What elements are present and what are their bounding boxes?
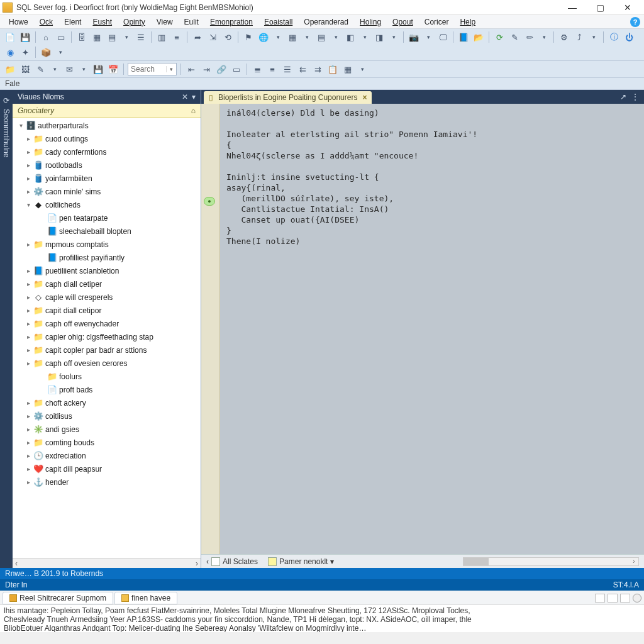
search-dropdown-icon[interactable]: ▾ [166,66,176,72]
page-icon[interactable]: ▥ [155,31,168,43]
align-center-icon[interactable]: ≡ [266,63,279,75]
list-icon[interactable]: ☰ [135,31,147,43]
link-icon[interactable]: 🔗 [215,63,228,75]
tree-arrow-icon[interactable]: ▸ [24,241,33,248]
camera-icon[interactable]: 📷 [408,31,420,43]
tree-item[interactable]: ▸📁capler ohig: clgsffeethading stap [13,330,201,343]
bottom-layout2-icon[interactable] [608,594,618,602]
book-icon[interactable]: 📘 [457,31,470,43]
upload-dropdown-icon[interactable]: ▾ [588,31,599,43]
tree-item[interactable]: ▸📁choft ackery [13,396,201,409]
left-rail-refresh-icon[interactable]: ⟳ [3,96,9,105]
home-icon[interactable]: ⌂ [40,31,52,43]
tree-item[interactable]: ▸📁caph off ewenychader [13,317,201,330]
sync-icon[interactable]: ⟲ [221,31,234,43]
hscroll-thumb[interactable] [464,558,489,565]
chart-dropdown-icon[interactable]: ▾ [388,31,399,43]
tree-arrow-icon[interactable]: ▸ [24,399,33,406]
tree-arrow-icon[interactable]: ▸ [24,294,33,301]
tree-arrow-icon[interactable]: ▸ [24,175,33,182]
tree-item[interactable]: ▸📁capit copler par badr ar sttions [13,343,201,357]
sidebar-collapse-icon[interactable]: ▾ [192,92,196,101]
close-button[interactable]: ✕ [614,1,641,14]
refresh-green-icon[interactable]: ⟳ [493,31,506,43]
calendar-icon[interactable]: 📅 [107,63,119,75]
tree-item[interactable]: ▸✳️andi gsies [13,423,201,436]
tree-arrow-icon[interactable]: ▸ [24,267,33,274]
mail-icon[interactable]: ✉ [63,63,75,75]
new-icon[interactable]: 📄 [4,31,16,43]
tree-item[interactable]: 📘sleechalebaill blopten [13,225,201,238]
form-icon[interactable]: ▤ [315,31,328,43]
menu-eoaistall[interactable]: Eoaistall [259,16,297,28]
code-editor[interactable]: inál04(clerse) Dld l be dasing) Inoleate… [220,104,644,554]
sidebar-filter[interactable]: Gnociatery ⌂ [13,104,201,118]
tree-arrow-icon[interactable]: ▸ [24,188,33,195]
sheet-icon[interactable]: ▦ [286,31,299,43]
menu-elent[interactable]: Elent [59,16,86,28]
tree-item[interactable]: ▸📁caph off ovesien cerores [13,357,201,370]
indent-right-icon[interactable]: ⇥ [200,63,213,75]
screen-icon[interactable]: 🖵 [436,31,449,43]
tree-item[interactable]: ▸🛢️rootlobadls [13,158,201,172]
menu-coricer[interactable]: Coricer [419,16,454,28]
indent-left-icon[interactable]: ⇤ [185,63,197,75]
scroll-right-icon[interactable]: › [196,559,198,568]
tree-arrow-icon[interactable]: ▸ [24,307,33,314]
mail-dropdown-icon[interactable]: ▾ [78,63,89,75]
align-icon[interactable]: ≡ [170,31,183,43]
report-icon[interactable]: ◧ [344,31,357,43]
tree-arrow-icon[interactable]: ▸ [24,162,33,169]
tree-arrow-icon[interactable]: ▸ [24,465,33,472]
tree-item[interactable]: ▸📁cuod outings [13,132,201,145]
tree-item[interactable]: ▸◇caple will cresperels [13,291,201,304]
export-icon[interactable]: ➦ [191,31,204,43]
editor-more-icon[interactable]: ⋮ [631,92,639,101]
tree-arrow-icon[interactable]: ▸ [24,280,33,287]
tree-item[interactable]: 📘profilliest payifiantly [13,251,201,264]
menu-emonpration[interactable]: Emonpration [205,16,258,28]
clipboard-icon[interactable]: 📋 [326,63,339,75]
tree-arrow-icon[interactable]: ▸ [24,347,33,353]
report-dropdown-icon[interactable]: ▾ [359,31,370,43]
grid-icon[interactable]: ▤ [106,31,118,43]
help-icon[interactable]: ? [630,17,640,27]
minimize-button[interactable]: — [558,1,586,14]
upload-icon[interactable]: ⤴ [573,31,586,43]
menu-view[interactable]: View [152,16,178,28]
maximize-button[interactable]: ▢ [586,1,614,14]
tree-arrow-icon[interactable]: ▾ [16,122,25,129]
tree-item[interactable]: ▸❤️capit dill peapsur [13,462,201,475]
tree-arrow-icon[interactable]: ▸ [24,320,33,327]
tree-arrow-icon[interactable]: ▸ [24,413,33,419]
align-right-icon[interactable]: ☰ [281,63,294,75]
sidebar-filter-home-icon[interactable]: ⌂ [191,106,196,115]
save-icon[interactable]: 💾 [19,31,31,43]
grid2-icon[interactable]: ▦ [341,63,354,75]
bottom-right-selector[interactable]: Pamer nenoklt ▾ [268,557,334,566]
menu-howe[interactable]: Howe [4,16,33,28]
power-blue-icon[interactable]: ⏻ [623,31,635,43]
tab-close-icon[interactable]: × [362,93,367,102]
tree-item[interactable]: ▸📁mpmous comptatis [13,238,201,251]
pencil-dropdown-icon[interactable]: ▾ [538,31,550,43]
tree-arrow-icon[interactable]: ▾ [24,201,33,208]
pic-icon[interactable]: 🖼 [19,63,31,75]
package-icon[interactable]: 📦 [40,46,52,58]
globe-icon[interactable]: 🌐 [257,31,270,43]
grid-dropdown-icon[interactable]: ▾ [121,31,132,43]
info-blue-icon[interactable]: ⓘ [608,31,620,43]
gutter-marker-icon[interactable]: ● [204,197,215,206]
tree-arrow-icon[interactable]: ▸ [24,479,33,486]
tree-arrow-icon[interactable]: ▸ [24,148,33,155]
tree-item[interactable]: ▸⚙️coitlisus [13,409,201,423]
tree-arrow-icon[interactable]: ▸ [24,333,33,340]
bottom-tab-1[interactable]: Reel Shitrecarer Supmom [3,592,113,604]
pencil-icon[interactable]: ✏ [523,31,536,43]
help-blue-icon[interactable]: ◉ [4,46,16,58]
sidebar-scrollbar[interactable]: ‹ › [13,558,201,568]
tree-item[interactable]: ▸⚓hender [13,475,201,489]
settings-icon[interactable]: ⚙ [558,31,570,43]
form-dropdown-icon[interactable]: ▾ [330,31,341,43]
window-icon[interactable]: ▭ [55,31,67,43]
